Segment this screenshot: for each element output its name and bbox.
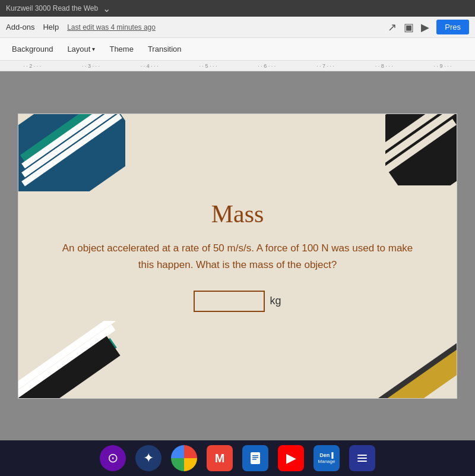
slide-area: Mass An object accelerated at a rate of … xyxy=(0,71,475,440)
svg-rect-3 xyxy=(252,459,256,460)
ruler-mark-7: · · 8 · · · xyxy=(355,63,414,69)
slide-title: Mass xyxy=(211,200,264,228)
ruler-mark-4: · · 5 · · · xyxy=(179,63,238,69)
svg-rect-6 xyxy=(357,461,367,462)
ruler-mark-2: · · 3 · · · xyxy=(62,63,121,69)
ruler-mark-3: · · 4 · · · xyxy=(121,63,179,69)
chevron-down-icon[interactable]: ⌄ xyxy=(103,3,110,14)
list-icon[interactable] xyxy=(349,445,375,471)
present-button[interactable]: Pres xyxy=(436,20,469,34)
browser-title: Kurzweil 3000 Read the Web xyxy=(6,4,98,12)
browser-bar: Kurzweil 3000 Read the Web ⌄ xyxy=(0,0,475,17)
trend-icon[interactable]: ↗ xyxy=(388,21,397,34)
ruler-mark-1: · · 2 · · · xyxy=(3,63,62,69)
youtube-icon[interactable]: ▶ xyxy=(278,445,304,471)
ruler: · · 2 · · · · · 3 · · · · · 4 · · · · · … xyxy=(0,61,475,71)
chrome-icon[interactable] xyxy=(171,445,197,471)
menu-help[interactable]: Help xyxy=(43,23,59,31)
docs-icon[interactable] xyxy=(242,445,268,471)
ruler-marks: · · 2 · · · · · 3 · · · · · 4 · · · · · … xyxy=(3,63,472,69)
menu-left: Add-ons Help Last edit was 4 minutes ago xyxy=(6,23,156,31)
ruler-mark-5: · · 6 · · · xyxy=(238,63,296,69)
ruler-mark-6: · · 7 · · · xyxy=(296,63,355,69)
layout-button[interactable]: Layout ▾ xyxy=(61,42,101,56)
monitor-icon[interactable]: ▣ xyxy=(404,21,414,34)
background-button[interactable]: Background xyxy=(6,42,59,56)
toolbar: Background Layout ▾ Theme Transition xyxy=(0,38,475,61)
last-edit-text: Last edit was 4 minutes ago xyxy=(67,23,156,31)
theme-button[interactable]: Theme xyxy=(103,42,139,56)
layout-chevron-icon: ▾ xyxy=(92,46,95,52)
stats-icon[interactable]: Den▐ Manage xyxy=(314,445,340,471)
answer-area: kg xyxy=(194,291,281,312)
kurzweil-icon[interactable]: ✦ xyxy=(135,445,162,471)
svg-rect-4 xyxy=(357,455,367,456)
menu-bar: Add-ons Help Last edit was 4 minutes ago… xyxy=(0,17,475,38)
gmail-icon[interactable]: M xyxy=(207,445,233,471)
svg-rect-2 xyxy=(252,457,258,458)
slide[interactable]: Mass An object accelerated at a rate of … xyxy=(18,114,457,399)
svg-rect-0 xyxy=(251,452,260,464)
play-icon[interactable]: ▶ xyxy=(421,21,429,34)
menu-right: ↗ ▣ ▶ Pres xyxy=(388,20,469,34)
slide-body: An object accelerated at a rate of 50 m/… xyxy=(54,240,421,272)
transition-button[interactable]: Transition xyxy=(142,42,188,56)
answer-input-box[interactable] xyxy=(194,291,265,312)
menu-addons[interactable]: Add-ons xyxy=(6,23,34,31)
answer-unit: kg xyxy=(270,295,281,307)
taskbar: ⊙ ✦ M ▶ Den▐ Manage xyxy=(0,440,475,476)
svg-rect-1 xyxy=(252,455,258,456)
ruler-mark-8: · · 9 · · · xyxy=(413,63,472,69)
svg-rect-5 xyxy=(357,458,367,459)
purple-app-icon[interactable]: ⊙ xyxy=(100,445,126,471)
slide-content: Mass An object accelerated at a rate of … xyxy=(18,114,457,398)
